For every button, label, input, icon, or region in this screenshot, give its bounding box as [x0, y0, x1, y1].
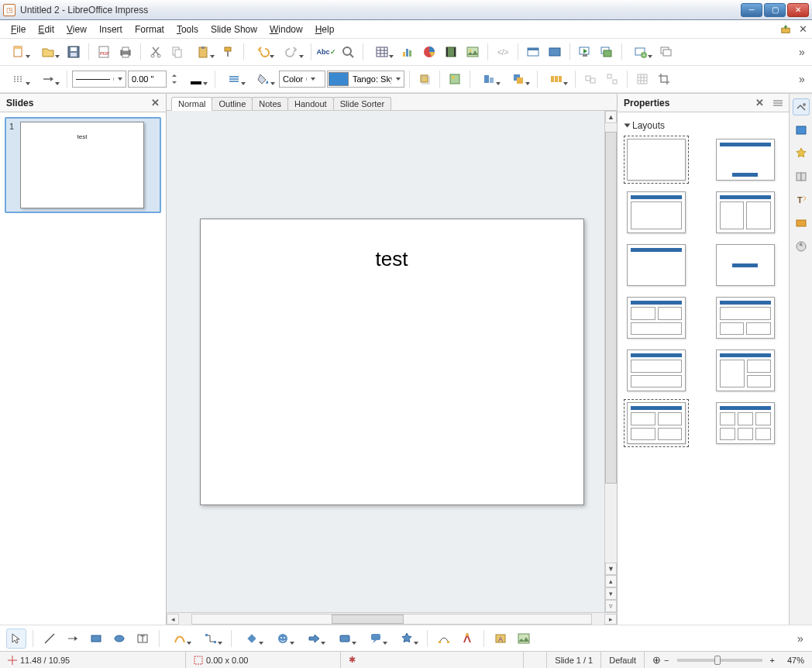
zoom-slider[interactable]	[677, 659, 762, 662]
slide-indicator[interactable]: Slide 1 / 1	[547, 652, 601, 668]
basic-shapes-tool[interactable]	[238, 628, 266, 649]
copy-button[interactable]	[167, 42, 188, 62]
slide-button[interactable]	[523, 42, 543, 62]
slide-canvas[interactable]: test	[200, 219, 584, 505]
undo-button[interactable]	[249, 42, 277, 62]
format-paintbrush-button[interactable]	[218, 42, 239, 62]
layout-title[interactable]	[716, 139, 775, 181]
grid-button[interactable]	[632, 69, 652, 89]
open-button[interactable]	[34, 42, 62, 62]
line-style-button[interactable]	[5, 69, 33, 89]
layout-centered[interactable]	[716, 244, 775, 286]
tab-outline[interactable]: Outline	[212, 97, 253, 110]
pie-chart-button[interactable]	[419, 42, 439, 62]
sidebar-master-icon[interactable]	[793, 168, 810, 185]
fontwork-tool[interactable]: A	[490, 628, 511, 649]
spellcheck-button[interactable]: Abc✓	[316, 42, 336, 62]
layout-title-only[interactable]	[627, 244, 686, 286]
slide-master-button[interactable]	[545, 42, 565, 62]
ellipse-tool[interactable]	[109, 628, 129, 649]
movie-button[interactable]	[441, 42, 461, 62]
sidebar-transition-icon[interactable]	[793, 215, 810, 232]
start-slideshow-button[interactable]	[575, 42, 595, 62]
filter-button[interactable]	[445, 69, 465, 89]
menu-slideshow[interactable]: Slide Show	[205, 22, 263, 37]
menu-edit[interactable]: Edit	[32, 22, 60, 37]
insert-image-tool[interactable]	[514, 628, 534, 649]
arrange-button[interactable]	[504, 69, 532, 89]
layout-two-stack[interactable]	[627, 349, 686, 391]
menu-view[interactable]: View	[60, 22, 93, 37]
update-icon[interactable]	[780, 24, 791, 35]
layouts-section-header[interactable]: Layouts	[624, 117, 784, 134]
stars-tool[interactable]	[393, 628, 421, 649]
callouts-tool[interactable]	[362, 628, 390, 649]
zoom-out-button[interactable]: −	[664, 656, 669, 665]
layout-two-over-one[interactable]	[627, 297, 686, 339]
menu-insert[interactable]: Insert	[93, 22, 129, 37]
page-style[interactable]: Default	[601, 652, 645, 668]
tab-slide-sorter[interactable]: Slide Sorter	[333, 97, 391, 110]
shadow-button[interactable]	[415, 69, 435, 89]
maximize-button[interactable]: ▢	[764, 3, 786, 17]
symbol-shapes-tool[interactable]	[269, 628, 297, 649]
hyperlink-button[interactable]: </>	[493, 42, 513, 62]
chart-button[interactable]	[397, 42, 418, 62]
tab-notes[interactable]: Notes	[252, 97, 288, 110]
edit-points-tool[interactable]	[434, 628, 454, 649]
connector-tool[interactable]	[197, 628, 225, 649]
close-window-button[interactable]: ✕	[787, 3, 809, 17]
group-button[interactable]	[580, 69, 600, 89]
signature-cell[interactable]	[524, 652, 547, 668]
zoom-value[interactable]: 47%	[787, 656, 804, 665]
ungroup-button[interactable]	[602, 69, 622, 89]
select-tool[interactable]	[6, 628, 26, 649]
layout-six-content[interactable]	[716, 402, 775, 444]
sidebar-animation-icon[interactable]: T	[793, 191, 810, 208]
fill-mode-select[interactable]: Color	[279, 71, 325, 88]
cut-button[interactable]	[146, 42, 166, 62]
slide-thumbnail-1[interactable]: 1 test	[5, 117, 161, 213]
vertical-scrollbar[interactable]: ▲ ▼ ▴ ▾ ▿	[604, 111, 617, 612]
slideshow-settings-button[interactable]	[597, 42, 617, 62]
canvas-area[interactable]: test ▲ ▼ ▴ ▾ ▿	[167, 111, 617, 612]
line-pattern-select[interactable]	[72, 71, 126, 88]
toolbar-overflow-button[interactable]: »	[797, 46, 807, 58]
insert-slide-button[interactable]: +	[627, 42, 655, 62]
export-pdf-button[interactable]: PDF	[94, 42, 114, 62]
sidebar-properties-icon[interactable]	[793, 98, 810, 115]
save-button[interactable]	[64, 42, 84, 62]
fill-color-button[interactable]	[249, 69, 277, 89]
tab-normal[interactable]: Normal	[171, 97, 212, 111]
crop-button[interactable]	[654, 69, 674, 89]
flowchart-tool[interactable]	[331, 628, 359, 649]
menu-window[interactable]: Window	[263, 22, 309, 37]
sidebar-navigator-icon[interactable]	[793, 238, 810, 255]
duplicate-slide-button[interactable]	[656, 42, 676, 62]
line-color-button[interactable]	[182, 69, 210, 89]
layout-left-two-right[interactable]	[716, 349, 775, 391]
line-spinner[interactable]	[168, 69, 181, 89]
paste-button[interactable]	[189, 42, 217, 62]
new-button[interactable]	[5, 42, 33, 62]
layout-four-content[interactable]	[627, 402, 686, 444]
menu-help[interactable]: Help	[309, 22, 341, 37]
distribute-button[interactable]	[542, 69, 570, 89]
slides-panel-close-button[interactable]: ✕	[151, 97, 160, 108]
line-width-input[interactable]	[128, 71, 167, 88]
image-button[interactable]	[463, 42, 483, 62]
zoom-button[interactable]	[338, 42, 358, 62]
redo-button[interactable]	[278, 42, 306, 62]
horizontal-scrollbar[interactable]: ◂ ▸	[167, 612, 617, 625]
layout-one-over-two[interactable]	[716, 297, 775, 339]
arrow-style-button[interactable]	[34, 69, 62, 89]
menu-format[interactable]: Format	[129, 22, 170, 37]
layout-title-content[interactable]	[627, 191, 686, 233]
drawing-toolbar-overflow[interactable]: »	[795, 632, 806, 645]
curve-tool[interactable]	[166, 628, 194, 649]
block-arrows-tool[interactable]	[300, 628, 328, 649]
glue-points-tool[interactable]	[457, 628, 477, 649]
align-button[interactable]	[475, 69, 503, 89]
layout-two-content[interactable]	[716, 191, 775, 233]
fit-page-icon[interactable]: ⊕	[652, 654, 661, 666]
